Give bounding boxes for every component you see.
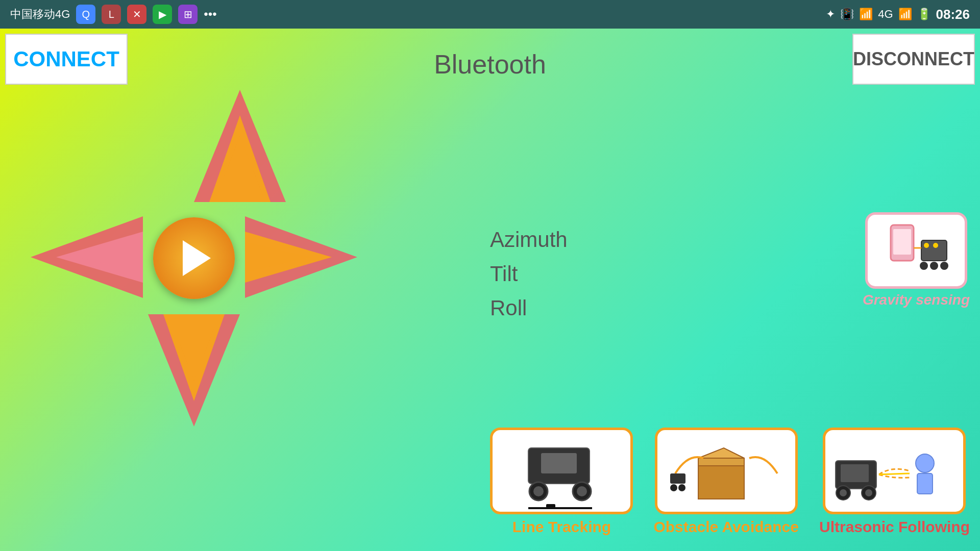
app-icon-1[interactable]: Q [76, 5, 95, 24]
dpad-right-button[interactable] [245, 216, 357, 300]
bluetooth-title: Bluetooth [434, 49, 546, 80]
ultrasonic-following-svg [830, 433, 958, 509]
app-icon-2[interactable]: L [102, 5, 121, 24]
azimuth-label: Azimuth [490, 222, 568, 257]
battery-icon: 🔋 [917, 8, 931, 21]
line-tracking-image [490, 428, 633, 514]
left-arrow-svg [31, 216, 143, 298]
svg-point-19 [940, 262, 948, 270]
down-arrow-svg [148, 314, 240, 427]
svg-point-15 [924, 243, 929, 248]
sensor-info: Azimuth Tilt Roll [490, 222, 568, 325]
svg-point-18 [930, 262, 938, 270]
disconnect-button[interactable]: DISCONNECT [852, 34, 975, 85]
svg-point-22 [533, 486, 544, 496]
svg-point-16 [933, 243, 938, 248]
svg-rect-39 [841, 464, 869, 482]
ultrasonic-following-image [823, 428, 966, 514]
signal-4g-icon: 4G [878, 8, 893, 21]
svg-marker-30 [698, 448, 744, 458]
svg-point-36 [840, 489, 847, 496]
more-icon[interactable]: ••• [204, 7, 216, 21]
dpad-left-button[interactable] [31, 216, 143, 300]
obstacle-avoidance-image [655, 428, 798, 514]
signal-bars-icon: 📶 [898, 8, 912, 21]
line-tracking-label: Line Tracking [512, 518, 611, 536]
gravity-sensing-image [865, 212, 967, 289]
mode-cards-container: Line Tracking Obstacle Av [490, 428, 970, 536]
status-bar: 中国移动4G Q L ✕ ▶ ⊞ ••• ✦ 📳 📶 4G 📶 🔋 08:26 [0, 0, 980, 29]
main-content: CONNECT DISCONNECT Bluetooth [0, 29, 980, 551]
gravity-sensing-label: Gravity sensing [863, 292, 970, 308]
svg-point-38 [865, 489, 872, 496]
carrier-text: 中国移动4G [10, 7, 70, 22]
status-bar-right: ✦ 📳 📶 4G 📶 🔋 08:26 [826, 7, 970, 22]
gravity-sensing-svg [875, 220, 957, 281]
svg-rect-13 [893, 229, 911, 255]
dpad-down-button[interactable] [148, 314, 240, 427]
tilt-label: Tilt [490, 257, 568, 291]
ultrasonic-following-label: Ultrasonic Following [819, 518, 970, 536]
app-icon-5[interactable]: ⊞ [178, 5, 198, 24]
svg-point-32 [670, 484, 677, 491]
time-display: 08:26 [936, 7, 970, 22]
svg-point-17 [920, 262, 928, 270]
line-tracking-svg [498, 433, 625, 509]
obstacle-avoidance-label: Obstacle Avoidance [653, 518, 799, 536]
svg-rect-29 [698, 458, 744, 466]
up-arrow-svg [194, 90, 286, 202]
dpad-container [31, 90, 357, 427]
svg-point-24 [577, 486, 587, 496]
svg-point-33 [678, 484, 685, 491]
roll-label: Roll [490, 291, 568, 325]
svg-rect-25 [541, 453, 577, 473]
gravity-sensing-card[interactable]: Gravity sensing [863, 212, 970, 308]
obstacle-avoidance-card[interactable]: Obstacle Avoidance [653, 428, 799, 536]
bluetooth-icon: ✦ [826, 8, 835, 21]
connect-button[interactable]: CONNECT [5, 34, 128, 85]
app-icon-4[interactable]: ▶ [153, 5, 172, 24]
dpad-center-button[interactable] [153, 217, 235, 299]
right-arrow-svg [245, 216, 357, 298]
vibrate-icon: 📳 [840, 8, 854, 21]
ultrasonic-following-card[interactable]: Ultrasonic Following [819, 428, 970, 536]
line-tracking-card[interactable]: Line Tracking [490, 428, 633, 536]
svg-rect-31 [670, 473, 685, 484]
svg-rect-41 [917, 473, 933, 494]
app-icon-3[interactable]: ✕ [127, 5, 146, 24]
svg-point-40 [916, 454, 934, 472]
wifi-icon: 📶 [859, 8, 873, 21]
status-bar-left: 中国移动4G Q L ✕ ▶ ⊞ ••• [10, 5, 217, 24]
obstacle-avoidance-svg [663, 433, 790, 509]
